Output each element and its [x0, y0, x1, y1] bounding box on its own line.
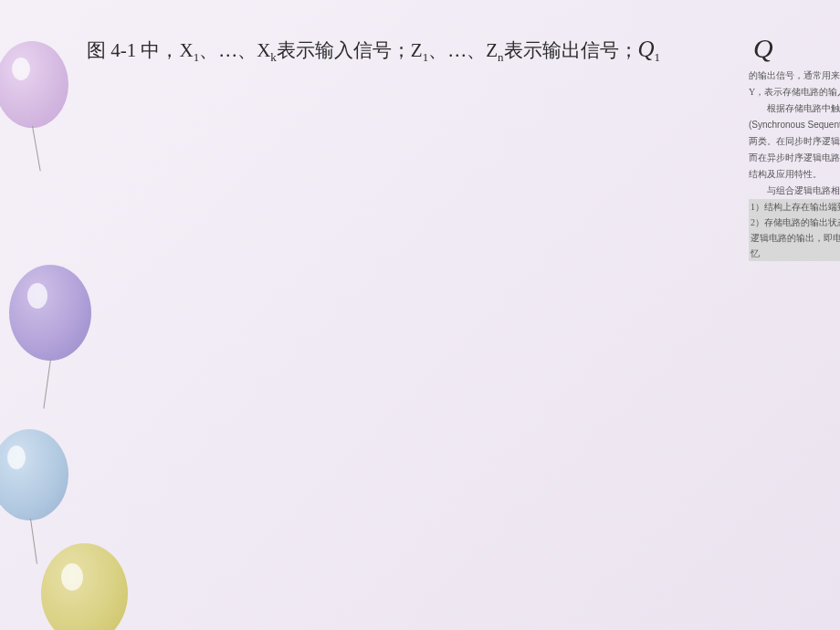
text-line: 两类。在同步时序逻辑电路中，F	[749, 133, 840, 149]
decorative-balloon-violet	[9, 265, 91, 361]
balloon-string	[32, 126, 41, 171]
variable-q: Q	[638, 37, 655, 61]
text-line: Y，表示存储电路的输入信号，它	[749, 84, 840, 100]
text-segment: 图 4-1 中，X	[87, 39, 194, 61]
balloon-highlight	[27, 283, 47, 309]
highlighted-text: 2）存储电路的输出状态反馈	[749, 215, 840, 230]
highlighted-text: 1）结构上存在输出端到输入	[749, 199, 840, 215]
text-line-english: (Synchronous Sequential Circu	[749, 117, 840, 132]
balloon-highlight	[61, 563, 83, 591]
text-segment: 、…、X	[199, 39, 270, 61]
side-paragraph-text: 的输出信号，通常用来表示电路组 Y，表示存储电路的输入信号，它 根据存储电路中触…	[749, 68, 840, 261]
text-line: 的输出信号，通常用来表示电路组	[749, 68, 840, 83]
decorative-balloon-purple	[0, 41, 68, 128]
decorative-balloon-blue	[0, 429, 68, 520]
text-segment: 表示输入信号；Z	[277, 39, 423, 61]
balloon-highlight	[7, 446, 26, 469]
balloon-string	[30, 519, 37, 564]
text-line: 而在异步时序逻辑电路中，触发器	[749, 150, 840, 165]
text-line: 根据存储电路中触发器的云	[749, 100, 840, 116]
main-body-text: 图 4-1 中，X1、…、Xk表示输入信号；Z1、…、Zn表示输出信号；Q1	[87, 37, 660, 65]
balloon-string	[43, 359, 51, 409]
text-line: 结构及应用特性。	[749, 166, 840, 182]
decorative-balloon-yellow	[41, 543, 128, 630]
variable-q-large: Q	[753, 33, 773, 64]
subscript: 1	[655, 50, 661, 64]
text-line: 与组合逻辑电路相比，时序逻	[749, 183, 840, 198]
balloon-highlight	[12, 58, 30, 80]
text-segment: 、…、Z	[428, 39, 498, 61]
highlighted-text: 逻辑电路的输出，即电路具有记忆	[749, 230, 840, 261]
text-segment: 表示输出信号；	[504, 39, 638, 61]
